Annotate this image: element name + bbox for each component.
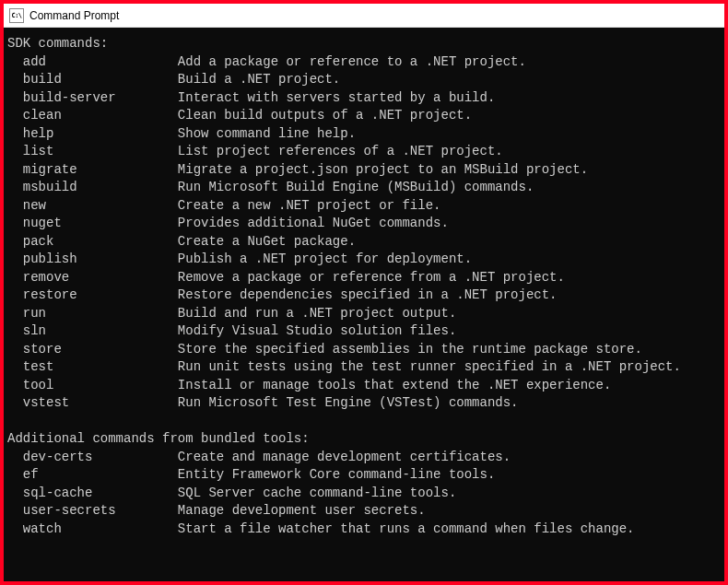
command-row: storeStore the specified assemblies in t… (7, 341, 721, 359)
command-name: user-secrets (7, 502, 178, 521)
command-row: sql-cacheSQL Server cache command-line t… (7, 485, 721, 503)
command-row: efEntity Framework Core command-line too… (7, 466, 721, 485)
command-row: publishPublish a .NET project for deploy… (7, 251, 721, 269)
command-description: Publish a .NET project for deployment. (178, 252, 472, 266)
command-row: addAdd a package or reference to a .NET … (7, 53, 721, 72)
command-name: sql-cache (7, 485, 178, 503)
command-description: Start a file watcher that runs a command… (178, 521, 635, 536)
command-description: Run Microsoft Build Engine (MSBuild) com… (178, 180, 534, 194)
command-description: Interact with servers started by a build… (178, 90, 495, 105)
command-name: build-server (7, 89, 178, 108)
command-row: user-secretsManage development user secr… (7, 502, 721, 521)
command-row: packCreate a NuGet package. (7, 233, 721, 252)
command-row: runBuild and run a .NET project output. (7, 305, 721, 323)
command-row: dev-certsCreate and manage development c… (7, 449, 721, 467)
command-description: Modify Visual Studio solution files. (178, 323, 456, 338)
command-name: add (7, 53, 178, 72)
command-description: Entity Framework Core command-line tools… (178, 467, 495, 482)
command-name: remove (7, 269, 178, 287)
command-row: listList project references of a .NET pr… (7, 143, 721, 161)
command-description: Run unit tests using the test runner spe… (178, 359, 681, 374)
command-row: build-serverInteract with servers starte… (7, 89, 721, 108)
section-header: SDK commands: (7, 35, 721, 53)
command-row: cleanClean build outputs of a .NET proje… (7, 107, 721, 125)
command-row: msbuildRun Microsoft Build Engine (MSBui… (7, 179, 721, 197)
command-name: help (7, 125, 178, 144)
section-header: Additional commands from bundled tools: (7, 430, 721, 449)
command-row: restoreRestore dependencies specified in… (7, 287, 721, 305)
command-name: tool (7, 377, 178, 395)
command-description: Provides additional NuGet commands. (178, 216, 449, 230)
command-name: build (7, 71, 178, 89)
command-name: sln (7, 322, 178, 341)
command-description: Manage development user secrets. (178, 503, 426, 518)
command-description: Create and manage development certificat… (178, 450, 511, 464)
command-description: Build a .NET project. (178, 72, 340, 87)
command-row: removeRemove a package or reference from… (7, 269, 721, 287)
blank-line (7, 413, 721, 431)
titlebar[interactable]: C:\ Command Prompt (4, 4, 724, 28)
command-description: Create a NuGet package. (178, 234, 356, 249)
command-description: Build and run a .NET project output. (178, 306, 456, 321)
command-description: Migrate a project.json project to an MSB… (178, 162, 588, 177)
command-row: buildBuild a .NET project. (7, 71, 721, 89)
command-name: list (7, 143, 178, 161)
command-name: ef (7, 466, 178, 485)
terminal-output[interactable]: SDK commands:addAdd a package or referen… (4, 28, 724, 581)
command-row: newCreate a new .NET project or file. (7, 197, 721, 216)
command-name: clean (7, 107, 178, 125)
command-row: testRun unit tests using the test runner… (7, 358, 721, 377)
command-prompt-window: C:\ Command Prompt SDK commands:addAdd a… (4, 4, 724, 581)
command-description: Store the specified assemblies in the ru… (178, 342, 642, 357)
command-name: pack (7, 233, 178, 252)
command-name: migrate (7, 161, 178, 180)
command-name: new (7, 197, 178, 216)
command-name: restore (7, 287, 178, 305)
command-name: run (7, 305, 178, 323)
command-row: vstestRun Microsoft Test Engine (VSTest)… (7, 394, 721, 413)
command-name: vstest (7, 394, 178, 413)
command-name: publish (7, 251, 178, 269)
command-description: List project references of a .NET projec… (178, 144, 503, 158)
command-description: Run Microsoft Test Engine (VSTest) comma… (178, 395, 519, 410)
command-name: store (7, 341, 178, 359)
command-description: SQL Server cache command-line tools. (178, 486, 456, 500)
command-row: helpShow command line help. (7, 125, 721, 144)
command-row: migrateMigrate a project.json project to… (7, 161, 721, 180)
command-name: watch (7, 521, 178, 539)
command-name: dev-certs (7, 449, 178, 467)
command-row: toolInstall or manage tools that extend … (7, 377, 721, 395)
command-description: Clean build outputs of a .NET project. (178, 108, 472, 123)
command-name: msbuild (7, 179, 178, 197)
command-row: slnModify Visual Studio solution files. (7, 322, 721, 341)
command-description: Install or manage tools that extend the … (178, 378, 611, 392)
command-row: nugetProvides additional NuGet commands. (7, 215, 721, 233)
command-name: nuget (7, 215, 178, 233)
window-title: Command Prompt (29, 9, 119, 22)
command-description: Restore dependencies specified in a .NET… (178, 287, 558, 302)
command-prompt-icon: C:\ (9, 8, 24, 23)
command-description: Remove a package or reference from a .NE… (178, 270, 565, 285)
command-name: test (7, 358, 178, 377)
command-description: Add a package or reference to a .NET pro… (178, 54, 526, 69)
command-description: Create a new .NET project or file. (178, 198, 441, 213)
command-description: Show command line help. (178, 126, 356, 141)
command-row: watchStart a file watcher that runs a co… (7, 521, 721, 539)
